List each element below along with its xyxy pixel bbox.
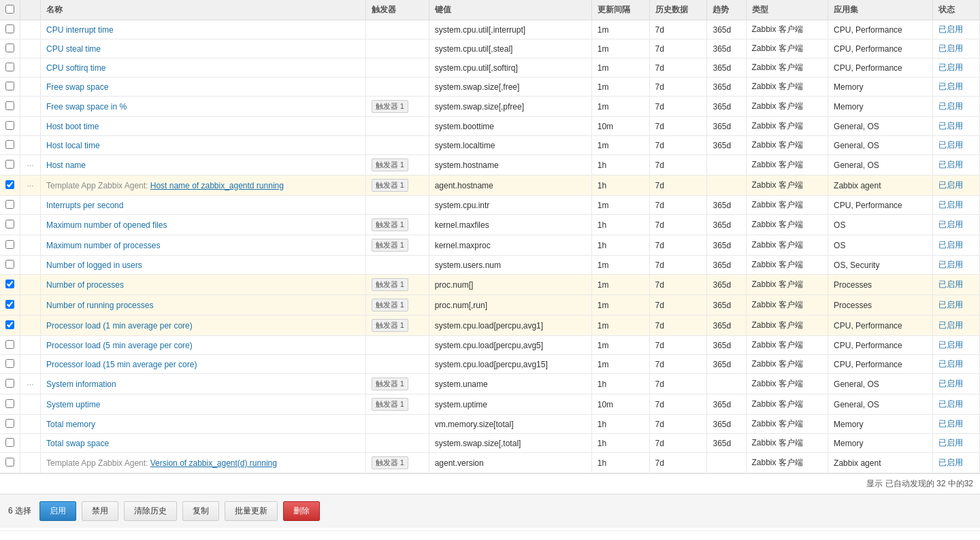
row-dots-cell[interactable]: ··· xyxy=(20,155,41,175)
status-link[interactable]: 已启用 xyxy=(938,379,963,388)
row-checkbox[interactable] xyxy=(5,140,14,149)
row-history-cell: 7d xyxy=(649,20,707,39)
row-checkbox[interactable] xyxy=(5,180,14,189)
row-checkbox[interactable] xyxy=(5,121,14,130)
status-link[interactable]: 已启用 xyxy=(938,44,963,53)
row-checkbox[interactable] xyxy=(5,260,14,269)
row-checkbox[interactable] xyxy=(5,340,14,349)
item-name-link[interactable]: Processor load (5 min average per core) xyxy=(46,341,193,350)
item-name-link[interactable]: Host name xyxy=(46,161,86,170)
trigger-badge[interactable]: 触发器 1 xyxy=(372,278,408,291)
status-link[interactable]: 已启用 xyxy=(938,200,963,209)
status-link[interactable]: 已启用 xyxy=(938,220,963,229)
item-name-link[interactable]: Processor load (15 min average per core) xyxy=(46,360,197,369)
delete-button[interactable]: 删除 xyxy=(283,501,320,521)
enable-button[interactable]: 启用 xyxy=(39,501,76,521)
row-checkbox[interactable] xyxy=(5,24,14,33)
row-checkbox[interactable] xyxy=(5,399,14,408)
row-checkbox[interactable] xyxy=(5,82,14,90)
row-checkbox[interactable] xyxy=(5,438,14,447)
item-name-link[interactable]: Host boot time xyxy=(46,122,99,131)
table-row: ···Template App Zabbix Agent: Host name … xyxy=(0,175,980,196)
bulk-update-button[interactable]: 批量更新 xyxy=(225,501,278,521)
row-interval-cell: 1m xyxy=(591,39,649,58)
item-name-link[interactable]: CPU interrupt time xyxy=(46,25,114,35)
status-link[interactable]: 已启用 xyxy=(938,82,963,91)
row-checkbox[interactable] xyxy=(5,63,14,71)
row-checkbox[interactable] xyxy=(5,379,14,388)
row-checkbox[interactable] xyxy=(5,320,14,329)
status-link[interactable]: 已启用 xyxy=(938,438,963,448)
trigger-badge[interactable]: 触发器 1 xyxy=(372,319,408,332)
trigger-badge[interactable]: 触发器 1 xyxy=(372,398,408,411)
item-name-link[interactable]: Total swap space xyxy=(46,439,109,448)
status-link[interactable]: 已启用 xyxy=(938,419,963,428)
item-name-link[interactable]: Interrupts per second xyxy=(46,201,123,210)
trigger-badge[interactable]: 触发器 1 xyxy=(372,158,408,171)
item-name-link[interactable]: System uptime xyxy=(46,400,100,409)
row-checkbox-cell xyxy=(0,355,20,374)
status-link[interactable]: 已启用 xyxy=(938,359,963,369)
status-link[interactable]: 已启用 xyxy=(938,140,963,150)
row-checkbox[interactable] xyxy=(5,419,14,428)
row-name-cell: System information xyxy=(41,374,366,394)
status-link[interactable]: 已启用 xyxy=(938,320,963,330)
row-checkbox[interactable] xyxy=(5,300,14,309)
row-history-cell: 7d xyxy=(649,175,707,196)
row-dots-cell[interactable]: ··· xyxy=(20,175,41,196)
trigger-badge[interactable]: 触发器 1 xyxy=(372,299,408,311)
row-checkbox[interactable] xyxy=(5,220,14,229)
table-row: Processor load (1 min average per core)触… xyxy=(0,316,980,336)
clear-history-button[interactable]: 清除历史 xyxy=(124,501,177,521)
status-link[interactable]: 已启用 xyxy=(938,63,963,72)
row-checkbox[interactable] xyxy=(5,458,14,467)
item-name-link[interactable]: System information xyxy=(46,379,116,389)
item-name-link[interactable]: Total memory xyxy=(46,420,95,429)
status-link[interactable]: 已启用 xyxy=(938,160,963,169)
row-checkbox[interactable] xyxy=(5,101,14,110)
status-link[interactable]: 已启用 xyxy=(938,180,963,190)
item-name-link[interactable]: Maximum number of processes xyxy=(46,241,160,250)
status-link[interactable]: 已启用 xyxy=(938,458,963,467)
status-link[interactable]: 已启用 xyxy=(938,240,963,250)
row-status-cell: 已启用 xyxy=(932,215,979,235)
status-link[interactable]: 已启用 xyxy=(938,280,963,289)
row-checkbox[interactable] xyxy=(5,359,14,368)
row-interval-cell: 1h xyxy=(591,453,649,473)
status-link[interactable]: 已启用 xyxy=(938,300,963,309)
item-name-link[interactable]: Maximum number of opened files xyxy=(46,220,167,230)
item-name-link[interactable]: CPU softirq time xyxy=(46,63,105,73)
row-dots-cell[interactable]: ··· xyxy=(20,374,41,394)
item-name-link[interactable]: Number of logged in users xyxy=(46,260,142,270)
item-name-link[interactable]: Free swap space in % xyxy=(46,102,127,112)
item-name-link[interactable]: Host name of zabbix_agentd running xyxy=(150,181,284,190)
copy-button[interactable]: 复制 xyxy=(182,501,219,521)
trigger-badge[interactable]: 触发器 1 xyxy=(372,377,408,390)
trigger-badge[interactable]: 触发器 1 xyxy=(372,179,408,192)
item-name-link[interactable]: Free swap space xyxy=(46,82,108,92)
item-name-link[interactable]: Host local time xyxy=(46,141,100,150)
select-all-checkbox[interactable] xyxy=(5,5,14,14)
disable-button[interactable]: 禁用 xyxy=(82,501,118,521)
trigger-badge[interactable]: 触发器 1 xyxy=(372,100,408,113)
row-checkbox[interactable] xyxy=(5,280,14,288)
row-trends-cell: 365d xyxy=(707,394,746,415)
status-link[interactable]: 已启用 xyxy=(938,101,963,111)
status-link[interactable]: 已启用 xyxy=(938,340,963,350)
row-checkbox[interactable] xyxy=(5,44,14,52)
trigger-badge[interactable]: 触发器 1 xyxy=(372,218,408,231)
status-link[interactable]: 已启用 xyxy=(938,121,963,131)
row-checkbox[interactable] xyxy=(5,240,14,249)
trigger-badge[interactable]: 触发器 1 xyxy=(372,456,408,469)
status-link[interactable]: 已启用 xyxy=(938,24,963,34)
trigger-badge[interactable]: 触发器 1 xyxy=(372,239,408,252)
item-name-link[interactable]: Number of running processes xyxy=(46,301,153,310)
item-name-link[interactable]: Processor load (1 min average per core) xyxy=(46,321,193,331)
row-checkbox[interactable] xyxy=(5,160,14,169)
item-name-link[interactable]: Number of processes xyxy=(46,280,124,290)
row-checkbox[interactable] xyxy=(5,200,14,209)
item-name-link[interactable]: Version of zabbix_agent(d) running xyxy=(150,458,277,468)
status-link[interactable]: 已启用 xyxy=(938,399,963,409)
item-name-link[interactable]: CPU steal time xyxy=(46,44,101,54)
status-link[interactable]: 已启用 xyxy=(938,260,963,269)
